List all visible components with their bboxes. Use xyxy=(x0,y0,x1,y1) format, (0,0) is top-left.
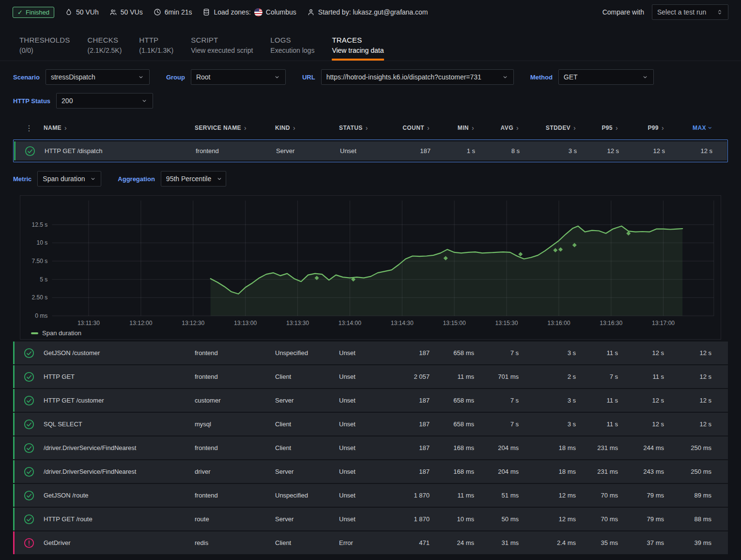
status-badge: ✓ Finished xyxy=(13,7,54,18)
trace-status: Error xyxy=(339,539,387,546)
compare-select-value: Select a test run xyxy=(657,8,706,16)
trace-kind: Server xyxy=(275,468,339,475)
svg-text:13:12:00: 13:12:00 xyxy=(129,320,152,327)
trace-service: redis xyxy=(195,539,275,546)
method-select[interactable]: GET xyxy=(558,69,654,85)
vus-stat: 50 VUs xyxy=(109,8,143,16)
compare-with-label: Compare with xyxy=(602,8,644,16)
status-badge-label: Finished xyxy=(26,9,49,16)
compare-test-run-select[interactable]: Select a test run xyxy=(652,4,728,20)
column-header-kind[interactable]: KIND› xyxy=(275,124,339,131)
column-header-p95[interactable]: P95› xyxy=(576,124,618,131)
group-select[interactable]: Root xyxy=(191,69,286,85)
column-header-avg[interactable]: AVG› xyxy=(474,124,519,131)
trace-p99: 37 ms xyxy=(618,539,664,546)
trace-status: Unset xyxy=(339,397,387,404)
chevron-down-icon xyxy=(642,74,648,80)
trace-p95: 231 ms xyxy=(576,468,618,475)
url-select-value: https://hotrod-insights.k6.io/dispatch?c… xyxy=(326,73,481,81)
trace-count: 2 057 xyxy=(387,373,430,380)
trace-count: 187 xyxy=(387,420,430,428)
tab-traces[interactable]: TRACES View tracing data xyxy=(332,36,384,61)
column-header-max[interactable]: MAX› xyxy=(664,124,711,131)
metric-select-value: Span duration xyxy=(43,175,85,183)
selected-trace-row[interactable]: HTTP GET /dispatch frontend Server Unset… xyxy=(13,140,728,162)
trace-p95: 11 s xyxy=(576,397,618,404)
tab-thresholds[interactable]: THRESHOLDS (0/0) xyxy=(19,36,70,61)
chart-legend[interactable]: Span duration xyxy=(31,329,81,337)
trace-stddev: 12 ms xyxy=(519,492,576,499)
span-duration-chart[interactable]: 0 ms2.50 s5 s7.50 s10 s12.5 s13:11:3013:… xyxy=(20,195,721,340)
trace-status: Unset xyxy=(339,373,387,380)
load-zones-stat: Load zones: Columbus xyxy=(202,8,296,16)
trace-avg: 204 ms xyxy=(474,468,519,475)
trace-row[interactable]: SQL SELECTmysqlClientUnset187658 ms7 s3 … xyxy=(13,413,728,436)
svg-text:13:12:30: 13:12:30 xyxy=(182,320,204,327)
column-header-stddev[interactable]: STDDEV› xyxy=(519,124,576,131)
trace-name: SQL SELECT xyxy=(44,420,195,428)
trace-row[interactable]: HTTP GET /dispatch frontend Server Unset… xyxy=(14,141,727,160)
trace-p99: 12 s xyxy=(619,147,665,155)
tab-http[interactable]: HTTP (1.1K/1.3K) xyxy=(139,36,173,61)
started-by-label: Started by: lukasz.gut@grafana.com xyxy=(318,8,428,16)
chevron-down-icon xyxy=(274,74,280,80)
trace-row[interactable]: HTTP GETfrontendClientUnset2 05711 ms701… xyxy=(13,365,728,388)
http-status-select[interactable]: 200 xyxy=(56,93,153,109)
trace-p95: 70 ms xyxy=(576,492,618,499)
trace-row[interactable]: /driver.DriverService/FindNearestdriverS… xyxy=(13,460,728,483)
column-header-min[interactable]: MIN› xyxy=(430,124,474,131)
url-label: URL xyxy=(302,74,315,81)
trace-max: 12 s xyxy=(664,420,711,428)
trace-row[interactable]: HTTP GET /routerouteServerUnset1 87010 m… xyxy=(13,508,728,530)
column-header-p99[interactable]: P99› xyxy=(618,124,664,131)
trace-max: 12 s xyxy=(664,349,711,357)
url-select[interactable]: https://hotrod-insights.k6.io/dispatch?c… xyxy=(321,69,514,85)
svg-text:12.5 s: 12.5 s xyxy=(32,221,48,228)
trace-min: 658 ms xyxy=(430,397,474,404)
trace-status: Unset xyxy=(340,147,388,155)
tab-checks[interactable]: CHECKS (2.1K/2.5K) xyxy=(88,36,122,61)
trace-kind: Server xyxy=(275,515,339,523)
trace-status: Unset xyxy=(339,468,387,475)
svg-text:13:16:30: 13:16:30 xyxy=(600,320,622,327)
tab-script[interactable]: SCRIPT View executed script xyxy=(191,36,253,61)
svg-text:2.50 s: 2.50 s xyxy=(32,294,48,301)
trace-max: 12 s xyxy=(665,147,712,155)
metric-select[interactable]: Span duration xyxy=(37,171,101,187)
trace-min: 11 ms xyxy=(430,373,474,380)
trace-row[interactable]: /driver.DriverService/FindNearestfronten… xyxy=(13,436,728,459)
svg-text:13:11:30: 13:11:30 xyxy=(77,320,100,327)
column-header-service-name[interactable]: SERVICE NAME› xyxy=(195,124,275,131)
trace-row[interactable]: GetDriverredisClientError47124 ms31 ms2.… xyxy=(13,531,728,554)
aggregation-select[interactable]: 95th Percentile xyxy=(161,171,226,187)
column-header-status[interactable]: STATUS› xyxy=(339,124,387,131)
trace-name: HTTP GET xyxy=(44,373,195,380)
trace-kind: Server xyxy=(275,397,339,404)
trace-row[interactable]: HTTP GET /customercustomerServerUnset187… xyxy=(13,389,728,412)
svg-text:13:13:30: 13:13:30 xyxy=(286,320,309,327)
chevron-down-icon xyxy=(90,175,96,182)
sort-icon: › xyxy=(293,124,295,131)
sort-icon: › xyxy=(366,124,368,131)
trace-count: 187 xyxy=(387,349,430,357)
scenario-select[interactable]: stressDispatch xyxy=(46,69,150,85)
column-header-name[interactable]: NAME› xyxy=(44,124,195,131)
trace-row[interactable]: GetJSON /customerfrontendUnspecifiedUnse… xyxy=(13,342,728,364)
group-label: Group xyxy=(166,74,185,81)
column-header-count[interactable]: COUNT› xyxy=(387,124,430,131)
trace-min: 658 ms xyxy=(430,420,474,428)
trace-stddev: 2.4 ms xyxy=(519,539,576,546)
tab-logs[interactable]: LOGS Execution logs xyxy=(270,36,314,61)
kebab-menu-icon[interactable]: ⋮ xyxy=(25,124,33,133)
trace-stddev: 3 s xyxy=(519,397,576,404)
trace-max: 250 ms xyxy=(664,444,711,451)
trace-service: customer xyxy=(195,397,275,404)
span-duration-plot: 0 ms2.50 s5 s7.50 s10 s12.5 s13:11:3013:… xyxy=(20,196,721,327)
success-icon xyxy=(15,443,44,453)
trace-avg: 7 s xyxy=(474,349,519,357)
trace-table-header: ⋮NAME›SERVICE NAME›KIND›STATUS›COUNT›MIN… xyxy=(13,119,728,137)
flame-icon xyxy=(65,8,73,16)
trace-row[interactable]: GetJSON /routefrontendUnspecifiedUnset1 … xyxy=(13,484,728,507)
trace-stddev: 2 s xyxy=(519,373,576,380)
trace-name: HTTP GET /route xyxy=(44,515,195,523)
